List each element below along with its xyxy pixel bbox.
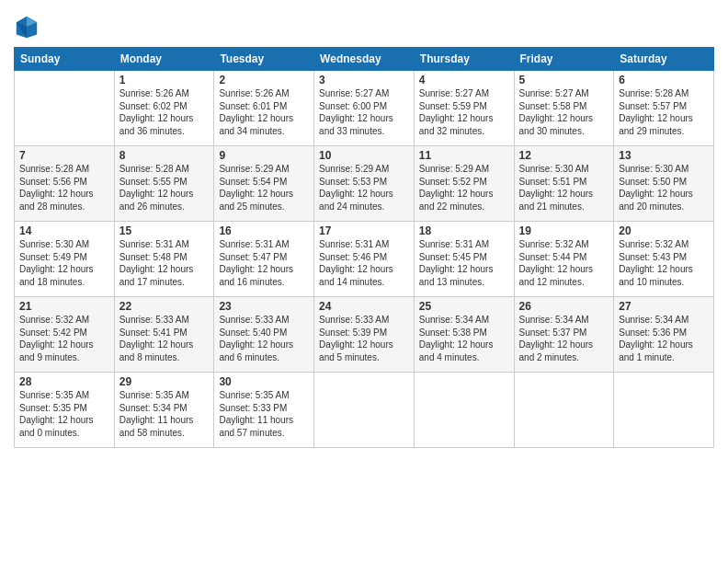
header bbox=[14, 9, 714, 40]
logo bbox=[14, 14, 41, 40]
calendar-header-row: SundayMondayTuesdayWednesdayThursdayFrid… bbox=[15, 48, 714, 71]
calendar-cell: 6Sunrise: 5:28 AM Sunset: 5:57 PM Daylig… bbox=[614, 71, 714, 146]
day-info: Sunrise: 5:27 AM Sunset: 5:58 PM Dayligh… bbox=[519, 87, 609, 137]
calendar-cell: 1Sunrise: 5:26 AM Sunset: 6:02 PM Daylig… bbox=[114, 71, 214, 146]
calendar-cell: 29Sunrise: 5:35 AM Sunset: 5:34 PM Dayli… bbox=[114, 373, 214, 448]
calendar-cell: 24Sunrise: 5:33 AM Sunset: 5:39 PM Dayli… bbox=[314, 297, 415, 373]
day-info: Sunrise: 5:29 AM Sunset: 5:52 PM Dayligh… bbox=[419, 163, 509, 213]
calendar-cell: 2Sunrise: 5:26 AM Sunset: 6:01 PM Daylig… bbox=[214, 71, 314, 146]
calendar-cell: 22Sunrise: 5:33 AM Sunset: 5:41 PM Dayli… bbox=[114, 297, 214, 373]
day-info: Sunrise: 5:26 AM Sunset: 6:02 PM Dayligh… bbox=[119, 87, 210, 137]
day-number: 19 bbox=[519, 224, 609, 237]
calendar-cell: 28Sunrise: 5:35 AM Sunset: 5:35 PM Dayli… bbox=[15, 373, 115, 448]
day-number: 30 bbox=[219, 375, 309, 388]
calendar-cell: 4Sunrise: 5:27 AM Sunset: 5:59 PM Daylig… bbox=[414, 71, 514, 146]
day-number: 21 bbox=[19, 300, 109, 313]
calendar-cell: 15Sunrise: 5:31 AM Sunset: 5:48 PM Dayli… bbox=[114, 222, 214, 297]
day-info: Sunrise: 5:30 AM Sunset: 5:50 PM Dayligh… bbox=[619, 163, 709, 213]
day-info: Sunrise: 5:30 AM Sunset: 5:51 PM Dayligh… bbox=[519, 163, 609, 213]
day-number: 18 bbox=[419, 224, 509, 237]
day-info: Sunrise: 5:27 AM Sunset: 5:59 PM Dayligh… bbox=[419, 87, 509, 137]
calendar-cell: 8Sunrise: 5:28 AM Sunset: 5:55 PM Daylig… bbox=[114, 146, 214, 222]
weekday-header: Monday bbox=[114, 48, 214, 71]
day-info: Sunrise: 5:33 AM Sunset: 5:40 PM Dayligh… bbox=[219, 314, 309, 363]
day-info: Sunrise: 5:30 AM Sunset: 5:49 PM Dayligh… bbox=[19, 238, 109, 288]
calendar-cell: 9Sunrise: 5:29 AM Sunset: 5:54 PM Daylig… bbox=[214, 146, 314, 222]
day-info: Sunrise: 5:33 AM Sunset: 5:41 PM Dayligh… bbox=[119, 314, 210, 363]
calendar-table: SundayMondayTuesdayWednesdayThursdayFrid… bbox=[14, 47, 714, 448]
day-number: 15 bbox=[119, 224, 210, 237]
logo-icon bbox=[14, 14, 40, 40]
day-info: Sunrise: 5:31 AM Sunset: 5:47 PM Dayligh… bbox=[219, 238, 309, 288]
day-number: 13 bbox=[619, 149, 709, 162]
calendar-cell: 17Sunrise: 5:31 AM Sunset: 5:46 PM Dayli… bbox=[314, 222, 415, 297]
calendar-week-row: 14Sunrise: 5:30 AM Sunset: 5:49 PM Dayli… bbox=[15, 222, 714, 297]
day-number: 4 bbox=[419, 74, 509, 86]
calendar-cell: 19Sunrise: 5:32 AM Sunset: 5:44 PM Dayli… bbox=[514, 222, 614, 297]
day-info: Sunrise: 5:26 AM Sunset: 6:01 PM Dayligh… bbox=[219, 87, 309, 137]
day-info: Sunrise: 5:27 AM Sunset: 6:00 PM Dayligh… bbox=[319, 87, 409, 137]
calendar-cell: 11Sunrise: 5:29 AM Sunset: 5:52 PM Dayli… bbox=[414, 146, 514, 222]
calendar-cell bbox=[314, 373, 415, 448]
day-info: Sunrise: 5:31 AM Sunset: 5:48 PM Dayligh… bbox=[119, 238, 210, 288]
day-number: 5 bbox=[519, 74, 609, 86]
day-number: 25 bbox=[419, 300, 509, 313]
calendar-cell bbox=[514, 373, 614, 448]
weekday-header: Thursday bbox=[414, 48, 514, 71]
calendar-cell bbox=[414, 373, 514, 448]
calendar-cell bbox=[15, 71, 115, 146]
calendar-week-row: 7Sunrise: 5:28 AM Sunset: 5:56 PM Daylig… bbox=[15, 146, 714, 222]
day-number: 14 bbox=[19, 224, 109, 237]
calendar-cell: 13Sunrise: 5:30 AM Sunset: 5:50 PM Dayli… bbox=[614, 146, 714, 222]
calendar-cell: 10Sunrise: 5:29 AM Sunset: 5:53 PM Dayli… bbox=[314, 146, 415, 222]
day-number: 3 bbox=[319, 74, 409, 86]
calendar-cell: 23Sunrise: 5:33 AM Sunset: 5:40 PM Dayli… bbox=[214, 297, 314, 373]
day-info: Sunrise: 5:32 AM Sunset: 5:44 PM Dayligh… bbox=[519, 238, 609, 288]
calendar-cell: 7Sunrise: 5:28 AM Sunset: 5:56 PM Daylig… bbox=[15, 146, 115, 222]
calendar-cell: 20Sunrise: 5:32 AM Sunset: 5:43 PM Dayli… bbox=[614, 222, 714, 297]
day-number: 22 bbox=[119, 300, 210, 313]
day-number: 27 bbox=[619, 300, 709, 313]
day-info: Sunrise: 5:33 AM Sunset: 5:39 PM Dayligh… bbox=[319, 314, 409, 363]
weekday-header: Tuesday bbox=[214, 48, 314, 71]
day-number: 2 bbox=[219, 74, 309, 86]
calendar-week-row: 28Sunrise: 5:35 AM Sunset: 5:35 PM Dayli… bbox=[15, 373, 714, 448]
day-number: 1 bbox=[119, 74, 210, 86]
day-number: 17 bbox=[319, 224, 409, 237]
day-number: 9 bbox=[219, 149, 309, 162]
day-number: 16 bbox=[219, 224, 309, 237]
day-number: 10 bbox=[319, 149, 409, 162]
calendar-cell: 18Sunrise: 5:31 AM Sunset: 5:45 PM Dayli… bbox=[414, 222, 514, 297]
day-number: 6 bbox=[619, 74, 709, 86]
page-container: SundayMondayTuesdayWednesdayThursdayFrid… bbox=[0, 0, 728, 563]
calendar-cell bbox=[614, 373, 714, 448]
day-number: 24 bbox=[319, 300, 409, 313]
day-info: Sunrise: 5:31 AM Sunset: 5:45 PM Dayligh… bbox=[419, 238, 509, 288]
calendar-week-row: 21Sunrise: 5:32 AM Sunset: 5:42 PM Dayli… bbox=[15, 297, 714, 373]
day-info: Sunrise: 5:29 AM Sunset: 5:53 PM Dayligh… bbox=[319, 163, 409, 213]
day-number: 8 bbox=[119, 149, 210, 162]
calendar-cell: 3Sunrise: 5:27 AM Sunset: 6:00 PM Daylig… bbox=[314, 71, 415, 146]
day-info: Sunrise: 5:35 AM Sunset: 5:33 PM Dayligh… bbox=[219, 389, 309, 439]
day-number: 28 bbox=[19, 375, 109, 388]
calendar-cell: 14Sunrise: 5:30 AM Sunset: 5:49 PM Dayli… bbox=[15, 222, 115, 297]
calendar-cell: 25Sunrise: 5:34 AM Sunset: 5:38 PM Dayli… bbox=[414, 297, 514, 373]
day-number: 12 bbox=[519, 149, 609, 162]
calendar-week-row: 1Sunrise: 5:26 AM Sunset: 6:02 PM Daylig… bbox=[15, 71, 714, 146]
calendar-cell: 16Sunrise: 5:31 AM Sunset: 5:47 PM Dayli… bbox=[214, 222, 314, 297]
weekday-header: Saturday bbox=[614, 48, 714, 71]
day-info: Sunrise: 5:34 AM Sunset: 5:37 PM Dayligh… bbox=[519, 314, 609, 363]
day-info: Sunrise: 5:28 AM Sunset: 5:55 PM Dayligh… bbox=[119, 163, 210, 213]
day-number: 11 bbox=[419, 149, 509, 162]
calendar-cell: 5Sunrise: 5:27 AM Sunset: 5:58 PM Daylig… bbox=[514, 71, 614, 146]
day-number: 7 bbox=[19, 149, 109, 162]
day-info: Sunrise: 5:32 AM Sunset: 5:43 PM Dayligh… bbox=[619, 238, 709, 288]
day-info: Sunrise: 5:31 AM Sunset: 5:46 PM Dayligh… bbox=[319, 238, 409, 288]
weekday-header: Wednesday bbox=[314, 48, 415, 71]
calendar-cell: 27Sunrise: 5:34 AM Sunset: 5:36 PM Dayli… bbox=[614, 297, 714, 373]
day-info: Sunrise: 5:34 AM Sunset: 5:36 PM Dayligh… bbox=[619, 314, 709, 363]
day-number: 26 bbox=[519, 300, 609, 313]
day-info: Sunrise: 5:28 AM Sunset: 5:57 PM Dayligh… bbox=[619, 87, 709, 137]
day-number: 29 bbox=[119, 375, 210, 388]
day-info: Sunrise: 5:35 AM Sunset: 5:34 PM Dayligh… bbox=[119, 389, 210, 439]
